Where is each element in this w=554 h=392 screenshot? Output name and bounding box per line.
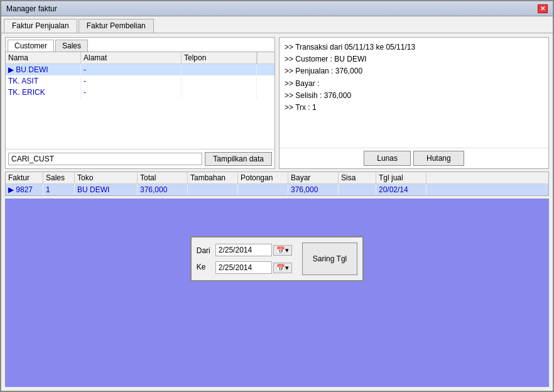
- lunas-button[interactable]: Lunas: [364, 151, 411, 166]
- fh-bayar: Bayar: [288, 172, 339, 183]
- cell-alamat: -: [81, 75, 182, 87]
- fc-toko: BU DEWI: [75, 184, 138, 195]
- date-inputs: 📅▾ 📅▾: [215, 244, 292, 274]
- cell-alamat: -: [81, 87, 182, 98]
- action-buttons: Lunas Hutang: [280, 148, 548, 168]
- main-window: Manager faktur ✕ Faktur Penjualan Faktur…: [0, 0, 554, 392]
- tab-customer[interactable]: Customer: [8, 40, 54, 52]
- dari-input-row: 📅▾: [215, 244, 292, 256]
- faktur-data-row[interactable]: ▶ 9827 1 BU DEWI 376,000 376,000 20/02/1…: [6, 184, 548, 195]
- tab-faktur-penjualan[interactable]: Faktur Penjualan: [4, 19, 77, 33]
- customer-table: Nama Alamat Telpon ▶ BU DEWI - TK. ASIT: [6, 52, 274, 149]
- ke-input-row: 📅▾: [215, 261, 292, 274]
- header-nama: Nama: [6, 52, 81, 63]
- left-panel: Customer Sales Nama Alamat Telpon ▶ BU D…: [5, 37, 275, 169]
- fc-tgl-jual: 20/02/14: [376, 184, 426, 195]
- fc-total: 376,000: [138, 184, 188, 195]
- right-panel: >> Transaksi dari 05/11/13 ke 05/11/13 >…: [279, 37, 549, 169]
- info-line-4: >> Bayar :: [285, 78, 543, 90]
- customer-table-header: Nama Alamat Telpon: [6, 52, 274, 64]
- header-telpon: Telpon: [182, 52, 257, 63]
- scrollbar[interactable]: [257, 52, 267, 63]
- fh-potongan: Potongan: [238, 172, 288, 183]
- fh-sales: Sales: [43, 172, 75, 183]
- info-text: >> Transaksi dari 05/11/13 ke 05/11/13 >…: [280, 38, 548, 148]
- fc-tambahan: [188, 184, 238, 195]
- inner-tab-bar: Customer Sales: [6, 38, 274, 52]
- main-tab-bar: Faktur Penjualan Faktur Pembelian: [1, 16, 553, 33]
- search-input[interactable]: [8, 153, 202, 165]
- info-line-3: >> Penjualan : 376,000: [285, 65, 543, 77]
- faktur-table: Faktur Sales Toko Total Tambahan Potonga…: [5, 172, 549, 196]
- dari-calendar-button[interactable]: 📅▾: [273, 245, 292, 256]
- dari-label: Dari: [197, 245, 210, 256]
- header-alamat: Alamat: [81, 52, 182, 63]
- cell-nama: ▶ BU DEWI: [6, 64, 81, 75]
- fh-faktur: Faktur: [6, 172, 43, 183]
- date-labels: Dari Ke: [197, 245, 210, 273]
- fh-tgl-jual: Tgl jual: [376, 172, 426, 183]
- ke-date-input[interactable]: [215, 261, 272, 274]
- info-line-5: >> Selisih : 376,000: [285, 90, 543, 102]
- tampilkan-button[interactable]: Tampilkan data: [205, 152, 272, 166]
- fc-faktur: ▶ 9827: [6, 184, 43, 195]
- hutang-button[interactable]: Hutang: [413, 151, 464, 166]
- title-bar: Manager faktur ✕: [1, 1, 553, 16]
- bottom-area: Dari Ke 📅▾ 📅▾ Saring Tgl: [5, 199, 549, 387]
- top-section: Customer Sales Nama Alamat Telpon ▶ BU D…: [5, 37, 549, 169]
- date-filter-panel: Dari Ke 📅▾ 📅▾ Saring Tgl: [190, 236, 364, 281]
- table-row[interactable]: ▶ BU DEWI -: [6, 64, 274, 75]
- info-line-6: >> Trx : 1: [285, 102, 543, 114]
- info-line-1: >> Transaksi dari 05/11/13 ke 05/11/13: [285, 41, 543, 53]
- cell-telpon: [182, 75, 257, 87]
- cell-telpon: [182, 87, 257, 98]
- tab-sales[interactable]: Sales: [55, 40, 88, 52]
- close-button[interactable]: ✕: [538, 4, 548, 13]
- dari-date-input[interactable]: [215, 244, 272, 256]
- fh-sisa: Sisa: [339, 172, 376, 183]
- fh-toko: Toko: [75, 172, 138, 183]
- cell-nama: TK. ASIT: [6, 75, 81, 87]
- table-row[interactable]: TK. ASIT -: [6, 75, 274, 87]
- cell-nama: TK. ERICK: [6, 87, 81, 98]
- fc-sisa: [339, 184, 376, 195]
- fh-total: Total: [138, 172, 188, 183]
- fh-tambahan: Tambahan: [188, 172, 238, 183]
- cell-alamat: -: [81, 64, 182, 75]
- info-line-2: >> Customer : BU DEWI: [285, 53, 543, 65]
- customer-table-body: ▶ BU DEWI - TK. ASIT - TK. ERICK -: [6, 64, 274, 149]
- tab-faktur-pembelian[interactable]: Faktur Pembelian: [79, 19, 154, 33]
- ke-calendar-button[interactable]: 📅▾: [273, 263, 292, 273]
- window-title: Manager faktur: [6, 4, 57, 13]
- content-area: Customer Sales Nama Alamat Telpon ▶ BU D…: [1, 33, 553, 391]
- faktur-header: Faktur Sales Toko Total Tambahan Potonga…: [6, 172, 548, 184]
- fc-potongan: [238, 184, 288, 195]
- cell-telpon: [182, 64, 257, 75]
- saring-tgl-button[interactable]: Saring Tgl: [302, 242, 357, 275]
- fc-bayar: 376,000: [288, 184, 339, 195]
- ke-label: Ke: [197, 261, 210, 273]
- search-row: Tampilkan data: [6, 149, 274, 168]
- fc-sales: 1: [43, 184, 75, 195]
- table-row[interactable]: TK. ERICK -: [6, 87, 274, 98]
